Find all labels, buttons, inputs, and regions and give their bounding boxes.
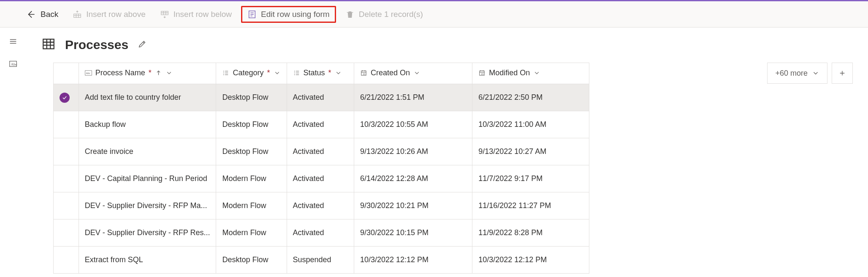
table-row[interactable]: DEV - Capital Planning - Run PeriodModer… (54, 165, 589, 192)
calendar-icon: 21 (360, 69, 367, 77)
grid-right-controls: +60 more (767, 63, 853, 84)
cell-cat[interactable]: Modern Flow (216, 219, 287, 247)
table-row[interactable]: DEV - Supplier Diversity - RFP Ma...Mode… (54, 192, 589, 219)
command-bar: Back Insert row above Insert row below E… (0, 1, 868, 27)
cell-stat[interactable]: Activated (287, 111, 354, 138)
optionset-icon (293, 69, 300, 77)
form-icon (247, 10, 257, 19)
cell-mod[interactable]: 11/16/2022 11:27 PM (472, 192, 589, 219)
rail-text-type-button[interactable]: Abc (8, 59, 18, 70)
cell-cat[interactable]: Desktop Flow (216, 111, 287, 138)
column-label: Category (233, 69, 263, 77)
row-selector[interactable] (54, 84, 79, 111)
more-columns-label: +60 more (775, 69, 808, 78)
insert-row-below-label: Insert row below (174, 10, 232, 19)
chevron-down-icon (274, 69, 281, 77)
cell-mod[interactable]: 10/3/2022 11:00 AM (472, 111, 589, 138)
edit-row-using-form-button[interactable]: Edit row using form (241, 6, 336, 23)
page-header: Processes (41, 37, 853, 52)
table-row[interactable]: Create invoiceDesktop FlowActivated9/13/… (54, 138, 589, 165)
cell-stat[interactable]: Activated (287, 165, 354, 192)
insert-row-above-button: Insert row above (68, 7, 150, 22)
pencil-icon (138, 39, 147, 49)
checkmark-icon (60, 93, 70, 103)
table-row[interactable]: Add text file to country folderDesktop F… (54, 84, 589, 111)
add-column-button[interactable] (832, 63, 853, 84)
cell-name[interactable]: Extract from SQL (79, 247, 216, 274)
chevron-down-icon (413, 69, 420, 77)
cell-stat[interactable]: Activated (287, 219, 354, 247)
svg-text:21: 21 (481, 72, 484, 75)
cell-mod[interactable]: 9/13/2022 10:27 AM (472, 138, 589, 165)
page-title: Processes (65, 38, 128, 52)
cell-cre[interactable]: 6/21/2022 1:51 PM (354, 84, 472, 111)
cell-stat[interactable]: Activated (287, 84, 354, 111)
more-columns-button[interactable]: +60 more (767, 63, 827, 84)
text-type-icon: Abc (85, 69, 92, 77)
column-header-modified-on[interactable]: 21 Modified On (472, 63, 589, 84)
cell-cre[interactable]: 9/13/2022 10:26 AM (354, 138, 472, 165)
column-header-category[interactable]: Category* (216, 63, 287, 84)
cell-stat[interactable]: Activated (287, 192, 354, 219)
row-selector[interactable] (54, 165, 79, 192)
cell-cre[interactable]: 10/3/2022 10:55 AM (354, 111, 472, 138)
cell-stat[interactable]: Activated (287, 138, 354, 165)
cell-stat[interactable]: Suspended (287, 247, 354, 274)
svg-text:Abc: Abc (86, 71, 90, 74)
table-row[interactable]: Backup flowDesktop FlowActivated10/3/202… (54, 111, 589, 138)
cell-cat[interactable]: Desktop Flow (216, 247, 287, 274)
chevron-down-icon (533, 69, 540, 77)
trash-icon (345, 10, 355, 19)
cell-name[interactable]: DEV - Supplier Diversity - RFP Res... (79, 219, 216, 247)
cell-cre[interactable]: 10/3/2022 12:12 PM (354, 247, 472, 274)
rail-hamburger-button[interactable] (8, 37, 18, 47)
hamburger-icon (8, 37, 18, 46)
cell-cre[interactable]: 9/30/2022 10:21 PM (354, 192, 472, 219)
table-row[interactable]: Extract from SQLDesktop FlowSuspended10/… (54, 247, 589, 274)
column-label: Modified On (489, 69, 530, 77)
column-header-status[interactable]: Status* (287, 63, 354, 84)
select-all-header[interactable] (54, 63, 79, 84)
chevron-down-icon (335, 69, 342, 77)
delete-records-label: Delete 1 record(s) (359, 10, 423, 19)
column-label: Created On (371, 69, 410, 77)
cell-cat[interactable]: Modern Flow (216, 165, 287, 192)
data-grid: Abc Process Name* Category* (53, 63, 589, 274)
column-header-created-on[interactable]: 21 Created On (354, 63, 472, 84)
sort-asc-icon (155, 69, 162, 77)
column-header-process-name[interactable]: Abc Process Name* (79, 63, 216, 84)
cell-name[interactable]: Add text file to country folder (79, 84, 216, 111)
chevron-down-icon (812, 69, 819, 77)
cell-mod[interactable]: 11/7/2022 9:17 PM (472, 165, 589, 192)
plus-icon (838, 69, 846, 77)
cell-mod[interactable]: 6/21/2022 2:50 PM (472, 84, 589, 111)
row-selector[interactable] (54, 111, 79, 138)
row-selector[interactable] (54, 219, 79, 247)
table-row[interactable]: DEV - Supplier Diversity - RFP Res...Mod… (54, 219, 589, 247)
cell-cre[interactable]: 6/14/2022 12:28 AM (354, 165, 472, 192)
cell-name[interactable]: Backup flow (79, 111, 216, 138)
content-area: Processes +60 more (26, 27, 868, 276)
back-button[interactable]: Back (20, 6, 63, 22)
delete-records-button: Delete 1 record(s) (340, 7, 428, 22)
edit-row-using-form-label: Edit row using form (261, 10, 330, 19)
row-selector[interactable] (54, 192, 79, 219)
cell-cre[interactable]: 9/30/2022 10:15 PM (354, 219, 472, 247)
insert-row-below-button: Insert row below (155, 7, 237, 22)
cell-name[interactable]: Create invoice (79, 138, 216, 165)
cell-cat[interactable]: Desktop Flow (216, 138, 287, 165)
cell-name[interactable]: DEV - Supplier Diversity - RFP Ma... (79, 192, 216, 219)
row-selector[interactable] (54, 247, 79, 274)
cell-cat[interactable]: Modern Flow (216, 192, 287, 219)
calendar-icon: 21 (478, 69, 486, 77)
insert-row-below-icon (160, 10, 169, 19)
insert-row-above-label: Insert row above (86, 10, 145, 19)
row-selector[interactable] (54, 138, 79, 165)
cell-cat[interactable]: Desktop Flow (216, 84, 287, 111)
svg-text:21: 21 (363, 72, 365, 75)
cell-name[interactable]: DEV - Capital Planning - Run Period (79, 165, 216, 192)
cell-mod[interactable]: 11/9/2022 8:28 PM (472, 219, 589, 247)
arrow-left-icon (25, 9, 36, 20)
cell-mod[interactable]: 10/3/2022 12:12 PM (472, 247, 589, 274)
edit-title-button[interactable] (138, 39, 147, 50)
